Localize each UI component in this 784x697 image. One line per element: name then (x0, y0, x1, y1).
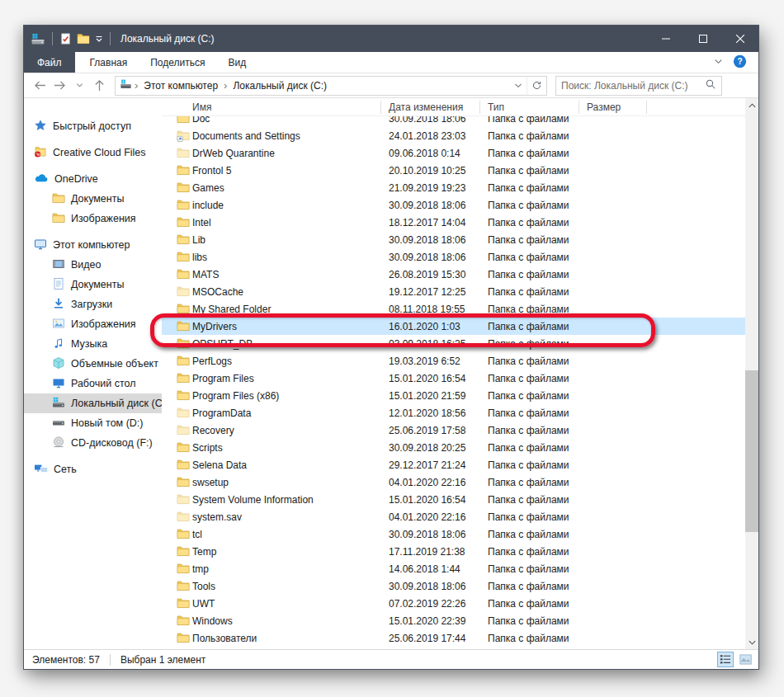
sidebar-item-музыка[interactable]: Музыка (24, 334, 162, 354)
column-divider[interactable] (380, 101, 381, 114)
sidebar-item-onedrive[interactable]: OneDrive (24, 169, 162, 189)
file-type: Папка с файлами (488, 390, 569, 402)
sidebar-item-label: Локальный диск (C (71, 398, 162, 409)
sidebar-item-видео[interactable]: Видео (24, 255, 162, 275)
minimize-button[interactable] (647, 26, 684, 52)
file-row[interactable]: tcl 30.09.2018 18:06 Папка с файлами (162, 525, 745, 543)
sidebar-item-документы[interactable]: Документы (24, 189, 162, 209)
scroll-up-icon[interactable] (745, 98, 758, 112)
customize-toolbar-icon[interactable] (95, 35, 103, 43)
file-row[interactable]: OPSURT_DB 03.09.2018 16:25 Папка с файла… (162, 335, 745, 352)
scrollbar-thumb[interactable] (745, 370, 758, 532)
file-row[interactable]: MSOCache 19.12.2017 12:25 Папка с файлам… (162, 283, 745, 300)
tab-view[interactable]: Вид (216, 52, 257, 73)
file-row[interactable]: libs 30.09.2018 18:06 Папка с файлами (162, 248, 745, 266)
file-row[interactable]: ProgramData 12.01.2020 18:56 Папка с фай… (162, 404, 745, 421)
search-icon[interactable] (705, 78, 716, 92)
file-row[interactable]: Selena Data 29.12.2017 21:24 Папка с фай… (162, 456, 745, 473)
sidebar-item-этот-компьютер[interactable]: Этот компьютер (24, 235, 162, 255)
close-button[interactable] (721, 26, 758, 52)
file-row[interactable]: MyDrivers 16.01.2020 1:03 Папка с файлам… (162, 318, 745, 335)
folder-icon (177, 146, 190, 162)
vertical-scrollbar[interactable] (745, 98, 758, 649)
file-row[interactable]: My Shared Folder 08.11.2018 19:55 Папка … (162, 300, 745, 318)
file-type: Папка с файлами (488, 148, 569, 159)
recent-locations-icon[interactable] (70, 77, 88, 95)
file-rows: Doc 30.09.2018 18:06 Папка с файлами Doc… (162, 110, 745, 647)
file-type: Папка с файлами (488, 598, 569, 610)
file-row[interactable]: Program Files (x86) 15.01.2020 21:59 Пап… (162, 387, 745, 404)
folder-icon (177, 631, 190, 647)
scroll-down-icon[interactable] (745, 635, 758, 649)
address-dropdown-icon[interactable] (510, 77, 527, 95)
breadcrumb-local-disk-c[interactable]: Локальный диск (C:) (229, 80, 330, 92)
tab-share[interactable]: Поделиться (139, 52, 216, 73)
up-button[interactable] (90, 77, 108, 95)
column-divider[interactable] (579, 101, 579, 114)
file-row[interactable]: Intel 18.12.2017 14:04 Папка с файлами (162, 214, 745, 231)
sidebar-item-быстрый-доступ[interactable]: Быстрый доступ (24, 116, 162, 136)
maximize-button[interactable] (684, 26, 721, 52)
file-row[interactable]: Temp 17.11.2019 21:38 Папка с файлами (162, 543, 745, 560)
file-row[interactable]: Program Files 15.01.2020 16:54 Папка с ф… (162, 370, 745, 387)
tab-home[interactable]: Главная (78, 52, 139, 73)
file-row[interactable]: system.sav 04.01.2020 22:16 Папка с файл… (162, 508, 745, 525)
file-row[interactable]: include 30.09.2018 18:06 Папка с файлами (162, 196, 745, 214)
large-icons-view-button[interactable] (737, 652, 753, 667)
file-name: DrWeb Quarantine (192, 148, 275, 159)
help-icon[interactable]: ? (733, 54, 747, 71)
file-row[interactable]: DrWeb Quarantine 09.06.2018 0:14 Папка с… (162, 144, 745, 162)
column-divider[interactable] (479, 101, 480, 114)
file-row[interactable]: Пользователи 25.06.2019 17:44 Папка с фа… (162, 629, 745, 647)
file-row[interactable]: Documents and Settings 24.01.2018 23:03 … (162, 127, 745, 144)
sidebar-item-документы[interactable]: Документы (24, 275, 162, 294)
file-row[interactable]: Recovery 25.06.2019 17:58 Папка с файлам… (162, 421, 745, 439)
file-row[interactable]: Frontol 5 20.10.2019 10:25 Папка с файла… (162, 162, 745, 179)
column-header-name[interactable]: Имя (192, 98, 211, 116)
file-row[interactable]: Scripts 30.09.2018 20:25 Папка с файлами (162, 439, 745, 456)
file-row[interactable]: PerfLogs 19.03.2019 6:52 Папка с файлами (162, 352, 745, 370)
expand-ribbon-icon[interactable] (714, 57, 723, 68)
column-header-date[interactable]: Дата изменения (389, 98, 463, 116)
file-row[interactable]: tmp 14.06.2018 1:44 Папка с файлами (162, 560, 745, 577)
file-row[interactable]: swsetup 04.01.2020 22:16 Папка с файлами (162, 473, 745, 491)
sidebar-item-изображения[interactable]: Изображения (24, 314, 162, 334)
column-header-size[interactable]: Размер (587, 98, 621, 116)
file-row[interactable]: Games 21.09.2019 19:23 Папка с файлами (162, 179, 745, 196)
sidebar-item-cd-дисковод-f-[interactable]: CD-дисковод (F:) (24, 433, 162, 453)
divider (52, 32, 53, 45)
folder-shortcut-icon (177, 129, 190, 144)
file-row[interactable]: Lib 30.09.2018 18:06 Папка с файлами (162, 231, 745, 248)
sidebar-item-локальный-диск-c[interactable]: Локальный диск (C (24, 393, 162, 413)
breadcrumb-this-pc[interactable]: Этот компьютер (140, 80, 221, 92)
file-row[interactable]: Tools 30.09.2018 18:06 Папка с файлами (162, 577, 745, 595)
back-button[interactable] (31, 77, 49, 95)
sidebar-item-рабочий-стол[interactable]: Рабочий стол (24, 374, 162, 393)
file-type: Папка с файлами (488, 373, 569, 384)
refresh-icon[interactable] (527, 77, 546, 95)
drive-icon (52, 416, 65, 431)
file-row[interactable]: UWT 07.02.2019 22:26 Папка с файлами (162, 595, 745, 612)
file-row[interactable]: MATS 26.08.2019 15:30 Папка с файлами (162, 266, 745, 283)
selection-count: Выбран 1 элемент (120, 654, 205, 666)
sidebar-item-загрузки[interactable]: Загрузки (24, 294, 162, 314)
file-row[interactable]: System Volume Information 15.01.2020 16:… (162, 491, 745, 508)
search-box[interactable]: Поиск: Локальный диск (C:) (555, 76, 722, 96)
desktop-icon (52, 376, 65, 392)
file-date: 15.01.2020 21:59 (389, 390, 465, 402)
file-row[interactable]: Windows 15.01.2020 22:39 Папка с файлами (162, 612, 745, 629)
forward-button[interactable] (50, 77, 68, 95)
address-bar[interactable]: › Этот компьютер › Локальный диск (C:) (115, 76, 547, 96)
properties-icon[interactable] (59, 32, 72, 45)
column-divider[interactable] (646, 101, 647, 114)
sidebar-item-creative-cloud-files[interactable]: Creative Cloud Files (24, 143, 162, 162)
sidebar-item-новый-том-d-[interactable]: Новый том (D:) (24, 413, 162, 433)
tab-file[interactable]: Файл (24, 52, 75, 73)
file-date: 14.06.2018 1:44 (389, 563, 460, 575)
column-header-type[interactable]: Тип (488, 98, 504, 116)
new-folder-icon[interactable] (77, 32, 90, 45)
details-view-button[interactable] (717, 652, 734, 667)
sidebar-item-объемные-объект[interactable]: Объемные объект (24, 354, 162, 374)
sidebar-item-сеть[interactable]: Сеть (24, 459, 162, 479)
sidebar-item-изображения[interactable]: Изображения (24, 209, 162, 228)
